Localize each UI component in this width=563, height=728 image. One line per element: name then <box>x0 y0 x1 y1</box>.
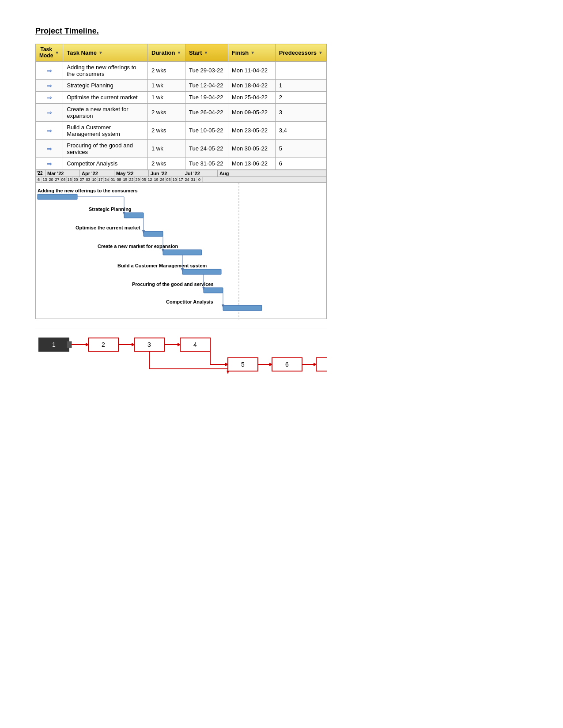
day-cell: 01 <box>110 177 116 182</box>
task-mode-cell: ⇒ <box>36 121 63 139</box>
task-name-dropdown[interactable]: ▼ <box>98 50 103 55</box>
task-mode-cell: ⇒ <box>36 61 63 79</box>
table-row: ⇒Competitor Analysis2 wksTue 31-05-22Mon… <box>36 158 327 169</box>
duration-dropdown[interactable]: ▼ <box>177 50 181 55</box>
col-header-duration: Duration ▼ <box>148 44 185 62</box>
day-cell: 10 <box>172 177 178 182</box>
col-header-finish: Finish ▼ <box>228 44 275 62</box>
timeline-months-row: '22 Mar '22 Apr '22 May '22 Jun '22 Jul … <box>35 170 327 176</box>
svg-text:Optimise the current market: Optimise the current market <box>76 225 140 230</box>
svg-text:Build a Customer Management sy: Build a Customer Management system <box>117 263 207 268</box>
month-cell: May '22 <box>114 170 149 176</box>
predecessors-cell: 5 <box>275 139 326 158</box>
start-dropdown[interactable]: ▼ <box>204 50 208 55</box>
day-cell: 29 <box>135 177 141 182</box>
svg-rect-19 <box>182 269 221 274</box>
svg-text:4: 4 <box>193 341 197 348</box>
finish-cell: Mon 11-04-22 <box>228 61 275 79</box>
svg-text:1: 1 <box>52 341 56 348</box>
svg-text:Adding the new offerings to th: Adding the new offerings to the consumer… <box>38 188 138 193</box>
finish-cell: Mon 30-05-22 <box>228 139 275 158</box>
start-cell: Tue 26-04-22 <box>185 103 228 121</box>
month-cell: Mar '22 <box>45 170 80 176</box>
task-mode-cell: ⇒ <box>36 91 63 103</box>
duration-cell: 2 wks <box>148 103 185 121</box>
svg-text:Competitor Analysis: Competitor Analysis <box>166 299 213 304</box>
svg-rect-14 <box>163 250 202 255</box>
day-cell: 24 <box>184 177 190 182</box>
svg-text:Procuring of the good and serv: Procuring of the good and services <box>132 281 214 287</box>
day-cell: 08 <box>116 177 122 182</box>
svg-text:Create a new market for expans: Create a new market for expansion <box>98 244 178 249</box>
start-cell: Tue 24-05-22 <box>185 139 228 158</box>
svg-rect-9 <box>144 231 163 236</box>
task-mode-cell: ⇒ <box>36 79 63 91</box>
month-cell: Jul '22 <box>183 170 218 176</box>
day-cell: 13 <box>42 177 48 182</box>
day-cell: 03 <box>166 177 172 182</box>
finish-cell: Mon 23-05-22 <box>228 121 275 139</box>
month-cell: Apr '22 <box>80 170 114 176</box>
task-name-header-text: Task Name <box>67 49 97 56</box>
svg-text:5: 5 <box>241 361 245 368</box>
task-mode-cell: ⇒ <box>36 103 63 121</box>
day-cell: 0 <box>196 177 203 182</box>
col-header-start: Start ▼ <box>185 44 228 62</box>
table-row: ⇒Build a Customer Management system2 wks… <box>36 121 327 139</box>
start-cell: Tue 31-05-22 <box>185 158 228 169</box>
day-cell: 24 <box>104 177 110 182</box>
day-cell: 19 <box>153 177 159 182</box>
page-title: Project Timeline. <box>35 26 528 36</box>
day-cell: 05 <box>141 177 147 182</box>
start-cell: Tue 10-05-22 <box>185 121 228 139</box>
start-cell: Tue 29-03-22 <box>185 61 228 79</box>
finish-cell: Mon 13-06-22 <box>228 158 275 169</box>
predecessors-cell: 3,4 <box>275 121 326 139</box>
task-mode-cell: ⇒ <box>36 158 63 169</box>
predecessors-cell: 3 <box>275 103 326 121</box>
start-cell: Tue 12-04-22 <box>185 79 228 91</box>
day-cell: 31 <box>190 177 196 182</box>
day-cell: 22 <box>128 177 135 182</box>
task-table: Task Mode ▼ Task Name ▼ Duration ▼ <box>35 44 327 170</box>
gantt-chart-area: Adding the new offerings to the consumer… <box>35 182 327 319</box>
pred-dropdown[interactable]: ▼ <box>318 50 323 55</box>
day-cell: 6 <box>36 177 42 182</box>
day-cell: 17 <box>98 177 104 182</box>
day-cell: 13 <box>67 177 73 182</box>
day-cell: 03 <box>85 177 91 182</box>
task-name-cell: Create a new market for expansion <box>63 103 148 121</box>
task-mode-dropdown[interactable]: ▼ <box>55 50 59 55</box>
table-row: ⇒Optimise the current market1 wkTue 19-0… <box>36 91 327 103</box>
day-cell: 20 <box>48 177 54 182</box>
finish-dropdown[interactable]: ▼ <box>250 50 255 55</box>
day-cell: 15 <box>122 177 128 182</box>
task-name-cell: Optimise the current market <box>63 91 148 103</box>
col-header-task-mode: Task Mode ▼ <box>36 44 63 62</box>
day-cell: 17 <box>178 177 184 182</box>
predecessors-cell <box>275 61 326 79</box>
duration-cell: 2 wks <box>148 158 185 169</box>
svg-rect-35 <box>67 341 72 348</box>
task-name-cell: Procuring of the good and services <box>63 139 148 158</box>
duration-header-text: Duration <box>151 49 175 56</box>
network-diagram: 1 2 3 4 <box>35 329 327 395</box>
svg-rect-4 <box>124 213 144 218</box>
table-row: ⇒Create a new market for expansion2 wksT… <box>36 103 327 121</box>
pred-header-text: Predecessors <box>279 49 317 56</box>
start-header-text: Start <box>189 49 202 56</box>
finish-cell: Mon 09-05-22 <box>228 103 275 121</box>
predecessors-cell: 1 <box>275 79 326 91</box>
svg-text:6: 6 <box>285 361 289 368</box>
svg-text:2: 2 <box>102 341 105 348</box>
month-cell: Jun '22 <box>149 170 183 176</box>
duration-cell: 1 wk <box>148 139 185 158</box>
duration-cell: 2 wks <box>148 121 185 139</box>
task-name-cell: Adding the new offerings to the consumer… <box>63 61 148 79</box>
day-cell: 06 <box>60 177 67 182</box>
svg-text:Strategic Planning: Strategic Planning <box>89 206 132 212</box>
col-header-task-name: Task Name ▼ <box>63 44 148 62</box>
table-row: ⇒Strategic Planning1 wkTue 12-04-22Mon 1… <box>36 79 327 91</box>
duration-cell: 2 wks <box>148 61 185 79</box>
day-cell: 20 <box>73 177 79 182</box>
